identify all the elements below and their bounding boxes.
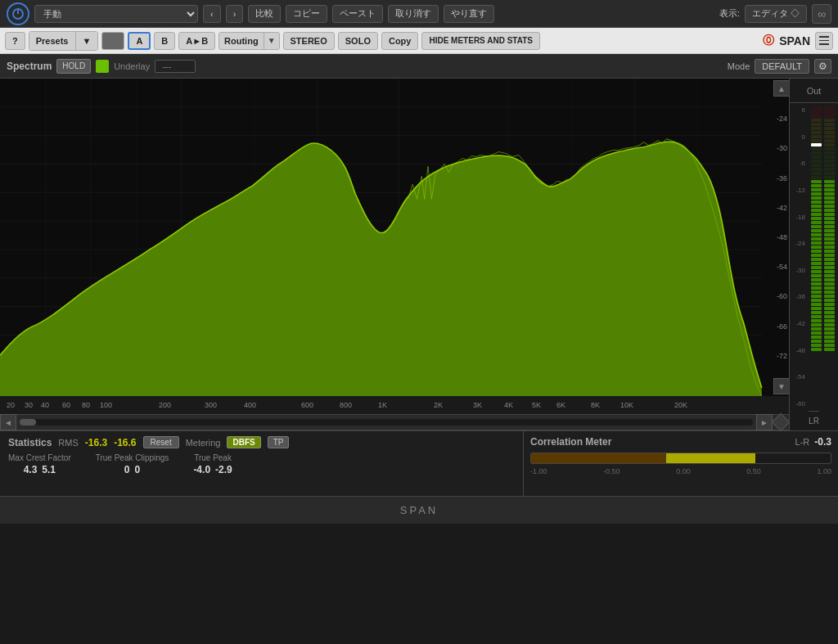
vu-segment	[811, 192, 822, 196]
scroll-down-arrow[interactable]: ▼	[773, 378, 789, 394]
x-label-8k: 8K	[591, 401, 600, 409]
hide-meters-button[interactable]: HIDE METERS AND STATS	[421, 32, 539, 50]
stereo-button[interactable]: STEREO	[283, 32, 335, 50]
vu-segment	[824, 331, 835, 335]
vu-segment	[824, 237, 835, 241]
menu-button[interactable]	[815, 32, 833, 50]
vu-segment	[811, 290, 822, 294]
vu-segment	[824, 221, 835, 224]
routing-group: Routing ▼	[219, 32, 279, 50]
vu-segment	[824, 303, 835, 306]
nav-back-button[interactable]: ‹	[203, 5, 221, 23]
vu-segment	[824, 229, 835, 232]
lr-label: L-R	[795, 437, 810, 447]
redo-button[interactable]: やり直す	[444, 5, 494, 23]
correlation-fill-yellow	[666, 453, 756, 463]
default-mode-button[interactable]: DEFAULT	[755, 59, 809, 74]
vu-segment	[824, 258, 835, 261]
vu-segment	[811, 147, 822, 151]
vu-segment	[824, 217, 835, 220]
vu-segment	[824, 286, 835, 290]
link-icon[interactable]: ∞	[812, 4, 831, 24]
editor-button[interactable]: エディタ ◇	[745, 5, 807, 23]
x-label-200: 200	[159, 401, 171, 409]
spectrum-color-indicator[interactable]	[96, 60, 109, 73]
vu-segment	[824, 172, 835, 175]
vu-segment	[824, 168, 835, 171]
vu-segment	[811, 315, 822, 318]
copy-jp-button[interactable]: コピー	[286, 5, 327, 23]
scroll-up-arrow[interactable]: ▲	[773, 80, 789, 97]
vu-segment	[824, 295, 835, 298]
true-peak-clip-val2: 0	[135, 464, 141, 475]
vu-segment	[811, 323, 822, 327]
vu-segment	[824, 180, 835, 183]
vu-segment	[824, 110, 835, 114]
gear-button[interactable]: ⚙	[814, 59, 831, 74]
solo-button[interactable]: SOLO	[338, 32, 378, 50]
vu-label--42: -42	[795, 320, 805, 327]
hold-button[interactable]: HOLD	[56, 59, 91, 74]
vu-segment	[824, 200, 835, 204]
vu-segment	[824, 307, 835, 310]
tp-button[interactable]: TP	[268, 436, 290, 448]
vu-segment	[824, 225, 835, 228]
top-bar: 手動 ‹ › 比較 コピー ペースト 取り消す やり直す 表示: エディタ ◇ …	[0, 0, 838, 28]
vu-segment	[824, 299, 835, 302]
underlay-value: ---	[155, 60, 196, 73]
scroll-left-arrow[interactable]: ◄	[0, 414, 16, 430]
diamond-button[interactable]	[772, 413, 791, 432]
preset-dropdown[interactable]: 手動	[34, 5, 198, 23]
vu-segment	[811, 143, 822, 146]
presets-button[interactable]: Presets	[29, 32, 76, 50]
x-label-40: 40	[41, 401, 49, 409]
nav-forward-button[interactable]: ›	[226, 5, 244, 23]
correlation-meter-section: Correlation Meter L-R -0.3 -1.00 -0.50 0…	[524, 431, 838, 496]
vu-segment	[811, 270, 822, 273]
reset-button[interactable]: Reset	[143, 436, 179, 448]
b-button[interactable]: B	[154, 32, 175, 50]
undo-button[interactable]: 取り消す	[388, 5, 439, 23]
vu-segment	[824, 250, 835, 253]
span-title-text: SPAN	[779, 34, 810, 47]
x-label-60: 60	[62, 401, 70, 409]
vu-segment	[824, 213, 835, 216]
x-label-100: 100	[100, 401, 112, 409]
max-crest-label: Max Crest Factor	[8, 453, 71, 462]
vu-segment	[811, 237, 822, 241]
statistics-bar: Statistics RMS -16.3 -16.6 Reset Meterin…	[0, 430, 838, 496]
true-peak-clippings-item: True Peak Clippings 0 0	[96, 453, 169, 475]
spectrum-visualization	[0, 79, 789, 396]
routing-label: Routing	[219, 36, 264, 46]
vu-segment	[811, 188, 822, 191]
scroll-track[interactable]	[20, 419, 753, 426]
a-button[interactable]: A	[128, 32, 151, 50]
vu-segment	[811, 135, 822, 138]
x-label-30: 30	[25, 401, 33, 409]
scroll-thumb[interactable]	[20, 419, 36, 426]
scroll-right-arrow[interactable]: ►	[756, 414, 773, 430]
true-peak-clip-values: 0 0	[124, 464, 140, 475]
max-crest-values: 4.3 5.1	[24, 464, 56, 475]
x-label-1k: 1K	[378, 401, 387, 409]
compare-button[interactable]: 比較	[248, 5, 281, 23]
vu-segment	[811, 196, 822, 200]
routing-dropdown-arrow[interactable]: ▼	[264, 33, 279, 49]
vu-segment	[824, 282, 835, 286]
ab-button[interactable]: A►B	[178, 32, 215, 50]
power-button[interactable]	[7, 2, 29, 25]
paste-button[interactable]: ペースト	[332, 5, 383, 23]
vertical-scroll-controls: ▲ ▼	[774, 79, 789, 396]
vu-segment	[811, 151, 822, 155]
copy-button[interactable]: Copy	[381, 32, 419, 50]
hamburger-line-2	[819, 40, 829, 42]
presets-arrow[interactable]: ▼	[76, 32, 98, 50]
vu-segment	[824, 115, 835, 118]
help-button[interactable]: ?	[5, 32, 25, 50]
display-label: 表示:	[719, 7, 740, 20]
dbfs-button[interactable]: DBFS	[227, 436, 260, 448]
vu-segment	[824, 106, 835, 110]
hamburger-line-1	[819, 36, 829, 38]
vu-segment	[811, 286, 822, 290]
vu-meter-section: Out 6 0 -6 -12 -18 -24 -30 -36 -42 -48 -…	[789, 79, 838, 430]
